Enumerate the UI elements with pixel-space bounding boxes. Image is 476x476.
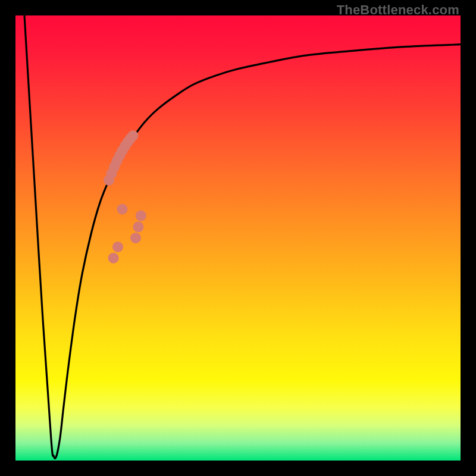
chart-stage: TheBottleneck.com: [0, 0, 476, 476]
highlight-dot: [128, 130, 139, 141]
highlight-dot: [117, 203, 128, 214]
dots-layer: [15, 15, 461, 461]
highlight-dot: [136, 211, 146, 221]
highlight-dot: [108, 253, 119, 264]
salmon-dots: [104, 130, 146, 264]
highlight-dot: [133, 221, 143, 232]
highlight-dot: [112, 242, 123, 252]
highlight-dot: [130, 233, 141, 243]
plot-area: [15, 15, 461, 461]
